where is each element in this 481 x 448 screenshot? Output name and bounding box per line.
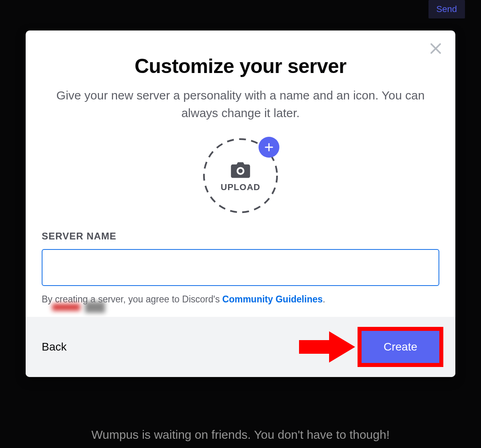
upload-server-icon-button[interactable]: UPLOAD: [202, 138, 279, 214]
create-button[interactable]: Create: [362, 331, 439, 363]
community-guidelines-link[interactable]: Community Guidelines: [222, 294, 323, 304]
server-name-label: SERVER NAME: [42, 231, 439, 242]
plus-icon: [264, 142, 274, 152]
close-button[interactable]: [428, 41, 443, 58]
customize-server-modal: Customize your server Give your new serv…: [26, 30, 455, 377]
upload-wrapper: UPLOAD: [42, 138, 439, 214]
plus-badge: [259, 137, 279, 158]
server-name-input[interactable]: [42, 249, 439, 286]
background-wumpus-text: Wumpus is waiting on friends. You don't …: [0, 428, 481, 442]
agreement-suffix: .: [323, 294, 325, 304]
modal-title: Customize your server: [42, 55, 439, 78]
modal-body: Customize your server Give your new serv…: [26, 30, 455, 317]
arrow-annotation-icon: [299, 329, 355, 365]
back-button[interactable]: Back: [42, 341, 67, 353]
create-button-wrapper: Create: [362, 331, 439, 363]
svg-marker-5: [299, 331, 355, 363]
agreement-prefix: By creating a server, you agree to Disco…: [42, 294, 222, 304]
modal-subtitle: Give your new server a personality with …: [42, 87, 439, 122]
close-icon: [428, 41, 443, 56]
background-send-button: Send: [428, 0, 465, 18]
modal-footer: Back Create: [26, 317, 455, 377]
agreement-text: By creating a server, you agree to Disco…: [42, 294, 439, 305]
